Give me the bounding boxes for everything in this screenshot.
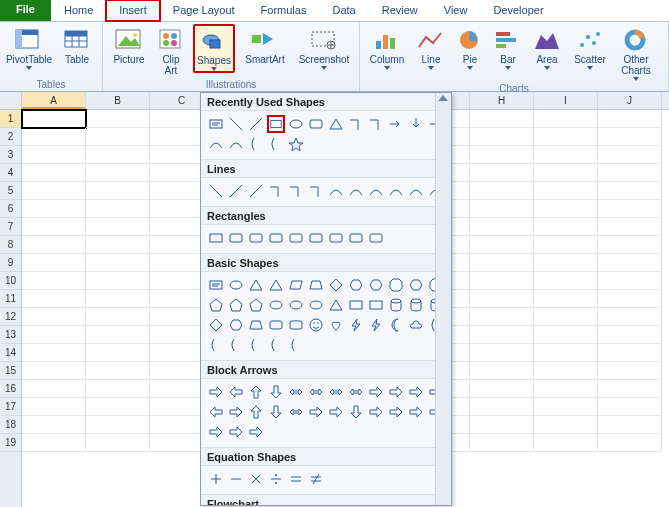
cell[interactable] xyxy=(86,110,150,128)
cell[interactable] xyxy=(534,344,598,362)
cell[interactable] xyxy=(86,200,150,218)
shape-pent[interactable] xyxy=(227,296,245,314)
shape-oct[interactable] xyxy=(387,276,405,294)
cell[interactable] xyxy=(470,218,534,236)
tab-view[interactable]: View xyxy=(431,0,481,21)
shape-para[interactable] xyxy=(287,276,305,294)
row-header[interactable]: 14 xyxy=(0,344,21,362)
shapes-scrollbar[interactable] xyxy=(435,93,451,505)
tab-review[interactable]: Review xyxy=(369,0,431,21)
cell[interactable] xyxy=(598,398,662,416)
cell[interactable] xyxy=(534,308,598,326)
shape-curve[interactable] xyxy=(407,182,425,200)
shape-blkLR[interactable] xyxy=(287,383,305,401)
shape-roundrect[interactable] xyxy=(247,229,265,247)
shape-blkR[interactable] xyxy=(407,403,425,421)
shape-blkL[interactable] xyxy=(207,403,225,421)
shape-diamond[interactable] xyxy=(327,276,345,294)
cell[interactable] xyxy=(598,146,662,164)
shape-blkR[interactable] xyxy=(227,423,245,441)
shape-blkR[interactable] xyxy=(207,383,225,401)
cell[interactable] xyxy=(470,308,534,326)
shape-roundrect[interactable] xyxy=(307,115,325,133)
shape-blkR[interactable] xyxy=(307,403,325,421)
shape-roundrect[interactable] xyxy=(367,229,385,247)
shape-curve[interactable] xyxy=(367,182,385,200)
cell[interactable] xyxy=(86,434,150,452)
cell[interactable] xyxy=(598,290,662,308)
shape-roundrect[interactable] xyxy=(327,229,345,247)
cell[interactable] xyxy=(22,434,86,452)
shape-blkL[interactable] xyxy=(227,383,245,401)
cell[interactable] xyxy=(22,416,86,434)
cell[interactable] xyxy=(470,326,534,344)
row-header[interactable]: 16 xyxy=(0,380,21,398)
pie-chart-button[interactable]: Pie xyxy=(454,24,486,71)
cell[interactable] xyxy=(598,272,662,290)
cell[interactable] xyxy=(534,200,598,218)
shape-brace[interactable] xyxy=(267,135,285,153)
line-chart-button[interactable]: Line xyxy=(414,24,448,71)
tab-formulas[interactable]: Formulas xyxy=(248,0,320,21)
row-header[interactable]: 5 xyxy=(0,182,21,200)
cell[interactable] xyxy=(534,434,598,452)
shape-blkLR[interactable] xyxy=(307,383,325,401)
other-charts-button[interactable]: OtherCharts xyxy=(616,24,656,82)
shape-curve[interactable] xyxy=(207,135,225,153)
cell[interactable] xyxy=(598,236,662,254)
cell[interactable] xyxy=(534,110,598,128)
shape-line[interactable] xyxy=(247,115,265,133)
cell[interactable] xyxy=(534,254,598,272)
shape-roundrect[interactable] xyxy=(307,229,325,247)
cell[interactable] xyxy=(534,398,598,416)
shape-rect[interactable] xyxy=(267,115,285,133)
cell[interactable] xyxy=(470,380,534,398)
bar-chart-button[interactable]: Bar xyxy=(492,24,524,71)
cell[interactable] xyxy=(534,290,598,308)
cell[interactable] xyxy=(598,254,662,272)
cell[interactable] xyxy=(86,146,150,164)
shape-oval[interactable] xyxy=(267,296,285,314)
shape-moon[interactable] xyxy=(387,316,405,334)
shape-roundrect[interactable] xyxy=(267,316,285,334)
area-chart-button[interactable]: Area xyxy=(530,24,564,71)
cell[interactable] xyxy=(22,290,86,308)
cell[interactable] xyxy=(534,326,598,344)
cell[interactable] xyxy=(22,164,86,182)
shape-arrR[interactable] xyxy=(387,115,405,133)
column-header[interactable]: A xyxy=(22,92,86,109)
screenshot-button[interactable]: Screenshot xyxy=(295,24,353,71)
cell[interactable] xyxy=(470,128,534,146)
cell[interactable] xyxy=(86,164,150,182)
shape-rect[interactable] xyxy=(207,229,225,247)
cell[interactable] xyxy=(86,236,150,254)
row-header[interactable]: 15 xyxy=(0,362,21,380)
cell[interactable] xyxy=(22,146,86,164)
shape-blkU[interactable] xyxy=(247,403,265,421)
shape-blkR[interactable] xyxy=(387,403,405,421)
cell[interactable] xyxy=(598,344,662,362)
shape-trap[interactable] xyxy=(307,276,325,294)
row-header[interactable]: 2 xyxy=(0,128,21,146)
shape-div[interactable] xyxy=(267,470,285,488)
shape-oval[interactable] xyxy=(287,296,305,314)
shape-bolt[interactable] xyxy=(367,316,385,334)
shape-brace[interactable] xyxy=(207,336,225,354)
cell[interactable] xyxy=(598,164,662,182)
shape-cloud[interactable] xyxy=(407,316,425,334)
shape-diamond[interactable] xyxy=(207,316,225,334)
cell[interactable] xyxy=(598,362,662,380)
row-header[interactable]: 4 xyxy=(0,164,21,182)
shape-blkR[interactable] xyxy=(207,423,225,441)
cell[interactable] xyxy=(470,362,534,380)
column-chart-button[interactable]: Column xyxy=(366,24,408,71)
cell[interactable] xyxy=(470,164,534,182)
shape-roundrect[interactable] xyxy=(287,316,305,334)
shape-hex[interactable] xyxy=(407,276,425,294)
shape-eq[interactable] xyxy=(287,470,305,488)
cell[interactable] xyxy=(470,434,534,452)
row-header[interactable]: 1 xyxy=(0,110,21,128)
cell[interactable] xyxy=(534,164,598,182)
cell[interactable] xyxy=(22,344,86,362)
cell[interactable] xyxy=(22,254,86,272)
